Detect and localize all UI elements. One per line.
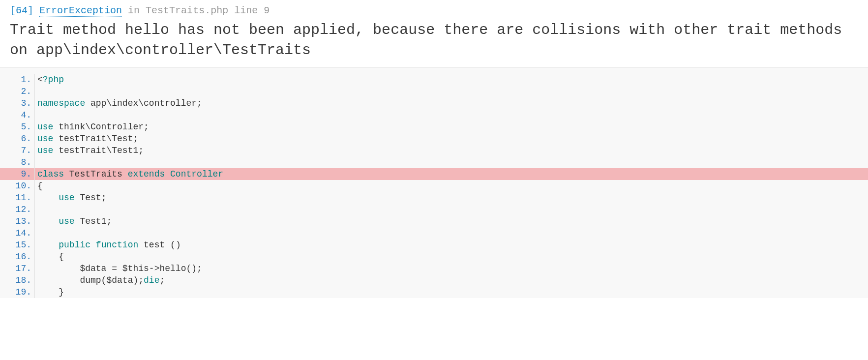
gutter-divider	[34, 263, 35, 274]
error-location: TestTraits.php line 9	[146, 5, 269, 16]
gutter-divider	[34, 109, 35, 121]
code-line: $data = $this->hello();	[0, 263, 868, 274]
gutter-divider	[34, 121, 35, 133]
gutter-divider	[34, 168, 35, 180]
code-line: use testTrait\Test1;	[0, 145, 868, 156]
code-token: Test1;	[75, 216, 112, 226]
error-summary: [64] ErrorException in TestTraits.php li…	[10, 5, 858, 16]
code-line	[0, 227, 868, 239]
code-line: {	[0, 180, 868, 192]
code-token: Controller	[165, 169, 223, 179]
gutter-divider	[34, 97, 35, 109]
gutter-divider	[34, 145, 35, 156]
code-token: <	[37, 75, 43, 85]
code-token: extends	[128, 169, 165, 179]
code-token: Test;	[75, 193, 107, 203]
code-line: }	[0, 286, 868, 298]
code-line: use testTrait\Test;	[0, 133, 868, 145]
code-token: ;	[159, 275, 165, 285]
gutter-divider	[34, 156, 35, 168]
code-line	[0, 109, 868, 121]
code-token: die	[144, 275, 159, 285]
code-token: testTrait\Test;	[53, 134, 138, 144]
code-line	[0, 156, 868, 168]
code-line: <?php	[0, 74, 868, 86]
gutter-divider	[34, 215, 35, 227]
code-token: use	[59, 216, 74, 226]
error-code: [64]	[10, 5, 33, 16]
code-token: $data = $this->hello();	[37, 264, 202, 273]
code-token: TestTraits	[64, 169, 128, 179]
gutter-divider	[34, 286, 35, 298]
code-line: use Test1;	[0, 215, 868, 227]
error-in: in	[128, 5, 140, 16]
gutter-divider	[34, 227, 35, 239]
gutter-divider	[34, 180, 35, 192]
source-code-block: <?php namespace app\index\controller; us…	[0, 67, 868, 298]
code-token: testTrait\Test1;	[53, 146, 144, 155]
code-line: public function test ()	[0, 239, 868, 251]
code-token	[37, 240, 59, 250]
code-token: ?php	[43, 75, 64, 85]
code-token: }	[37, 287, 64, 297]
code-token	[90, 240, 96, 250]
gutter-divider	[34, 251, 35, 263]
code-token: class	[37, 169, 64, 179]
code-token: dump($data);	[37, 275, 144, 285]
code-token	[37, 193, 59, 203]
code-line	[0, 86, 868, 97]
code-token: namespace	[37, 98, 85, 108]
code-token: test ()	[138, 240, 180, 250]
gutter-divider	[34, 74, 35, 86]
source-code-list: <?php namespace app\index\controller; us…	[0, 74, 868, 298]
code-token: use	[37, 146, 53, 155]
error-message: Trait method hello has not been applied,…	[10, 19, 858, 63]
gutter-divider	[34, 86, 35, 97]
gutter-divider	[34, 133, 35, 145]
gutter-divider	[34, 192, 35, 204]
gutter-divider	[34, 239, 35, 251]
code-line: dump($data);die;	[0, 274, 868, 286]
code-token: use	[37, 134, 53, 144]
code-line	[0, 204, 868, 215]
code-token: function	[96, 240, 138, 250]
code-token: {	[37, 252, 64, 262]
code-token: use	[59, 193, 74, 203]
code-line: {	[0, 251, 868, 263]
code-line: namespace app\index\controller;	[0, 97, 868, 109]
gutter-divider	[34, 204, 35, 215]
code-token: public	[59, 240, 90, 250]
code-token: app\index\controller;	[85, 98, 202, 108]
code-line: use think\Controller;	[0, 121, 868, 133]
code-line: class TestTraits extends Controller	[0, 168, 868, 180]
error-class[interactable]: ErrorException	[39, 5, 122, 17]
gutter-divider	[34, 274, 35, 286]
code-line: use Test;	[0, 192, 868, 204]
code-token: use	[37, 122, 53, 132]
code-token: {	[37, 181, 43, 191]
code-token: think\Controller;	[53, 122, 149, 132]
code-token	[37, 216, 59, 226]
error-header: [64] ErrorException in TestTraits.php li…	[0, 0, 868, 67]
